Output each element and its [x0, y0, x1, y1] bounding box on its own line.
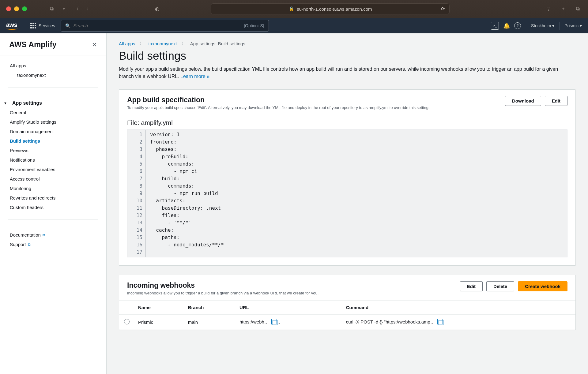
cell-branch: main [184, 315, 236, 330]
sidebar-item-environment-variables[interactable]: Environment variables [10, 165, 96, 174]
sidebar-item-access-control[interactable]: Access control [10, 174, 96, 184]
aws-top-nav: aws Services 🔍 [Option+S] >_ 🔔 ? Stockho… [0, 18, 588, 33]
close-icon[interactable]: ✕ [92, 41, 97, 48]
col-command: Command [342, 301, 575, 315]
forward-icon[interactable]: 〉 [85, 6, 92, 13]
code-block: 1234567891011121314151617 version: 1fron… [127, 129, 567, 257]
global-search[interactable]: 🔍 [Option+S] [61, 20, 269, 32]
col-url: URL [236, 301, 342, 315]
sidebar-link-documentation[interactable]: Documentation⧉ [10, 230, 96, 240]
sidebar-item-domain-management[interactable]: Domain management [10, 127, 96, 136]
browser-chrome: ⧉ ▾ 〈 〉 ◐ 🔒 eu-north-1.console.aws.amazo… [0, 0, 588, 18]
back-icon[interactable]: 〈 [72, 6, 80, 13]
table-row[interactable]: Prismicmainhttps://webh… ..curl -X POST … [119, 315, 575, 330]
notifications-icon[interactable]: 🔔 [503, 22, 510, 29]
cell-command: curl -X POST -d {} "https://webhooks.amp… [342, 315, 575, 330]
sidebar-section-app-settings[interactable]: App settings [10, 98, 96, 108]
file-label: File: amplify.yml [127, 119, 567, 126]
sidebar-item-app[interactable]: taxonomynext [10, 70, 96, 80]
sidebar-item-build-settings[interactable]: Build settings [10, 136, 96, 146]
window-controls [6, 6, 27, 11]
maximize-window-icon[interactable] [22, 6, 27, 11]
search-icon: 🔍 [65, 23, 70, 28]
minimize-window-icon[interactable] [14, 6, 19, 11]
create-webhook-button[interactable]: Create webhook [518, 281, 567, 291]
help-icon[interactable]: ? [514, 22, 521, 29]
external-link-icon: ⧉ [43, 233, 45, 237]
line-numbers: 1234567891011121314151617 [127, 130, 146, 257]
sidebar-toggle-icon[interactable]: ⧉ [48, 6, 56, 12]
panel-title: Incoming webhooks [127, 281, 318, 290]
cell-name: Prismic [134, 315, 184, 330]
lock-icon: 🔒 [288, 6, 294, 12]
tabs-icon[interactable]: ⧉ [574, 6, 582, 12]
copy-icon[interactable] [439, 320, 443, 325]
breadcrumb: All apps 〉 taxonomynext 〉 App settings: … [119, 41, 576, 47]
account-menu[interactable]: Prismic ▾ [564, 23, 582, 28]
breadcrumb-all-apps[interactable]: All apps [119, 41, 135, 46]
external-link-icon: ⧉ [28, 242, 31, 247]
url-bar[interactable]: 🔒 eu-north-1.console.aws.amazon.com ⟳ [211, 3, 450, 14]
col-name: Name [134, 301, 184, 315]
sidebar-item-custom-headers[interactable]: Custom headers [10, 203, 96, 212]
chevron-right-icon: 〉 [139, 41, 144, 47]
col-branch: Branch [184, 301, 236, 315]
cloudshell-icon[interactable]: >_ [491, 22, 499, 30]
sidebar-item-all-apps[interactable]: All apps [10, 61, 96, 70]
region-selector[interactable]: Stockholm ▾ [531, 23, 554, 28]
download-button[interactable]: Download [505, 96, 541, 106]
aws-logo[interactable]: aws [6, 21, 18, 30]
page-description: Modify your app's build settings below, … [119, 65, 566, 80]
chevron-right-icon: 〉 [181, 41, 186, 47]
breadcrumb-current: App settings: Build settings [190, 41, 245, 46]
external-link-icon: ⧉ [207, 75, 209, 79]
sidebar-title: AWS Amplify [9, 40, 57, 49]
main-content: All apps 〉 taxonomynext 〉 App settings: … [107, 33, 588, 374]
share-icon[interactable]: ⇪ [545, 6, 552, 12]
panel-title: App build specification [127, 96, 430, 104]
sidebar-item-amplify-studio-settings[interactable]: Amplify Studio settings [10, 117, 96, 127]
chevron-down-icon[interactable]: ▾ [60, 7, 68, 11]
panel-build-spec: App build specification To modify your a… [119, 89, 576, 266]
code-lines: version: 1frontend: phases: preBuild: co… [146, 130, 228, 257]
sidebar-item-previews[interactable]: Previews [10, 146, 96, 155]
webhooks-table: Name Branch URL Command Prismicmainhttps… [119, 300, 575, 330]
grid-icon [30, 23, 36, 28]
url-text: eu-north-1.console.aws.amazon.com [297, 6, 372, 12]
sidebar-item-notifications[interactable]: Notifications [10, 155, 96, 165]
sidebar-item-rewrites-and-redirects[interactable]: Rewrites and redirects [10, 193, 96, 203]
panel-subtitle: To modify your app's build spec choose '… [127, 105, 430, 110]
edit-webhook-button[interactable]: Edit [460, 281, 483, 291]
search-input[interactable] [74, 23, 241, 28]
copy-icon[interactable] [273, 320, 277, 325]
breadcrumb-app[interactable]: taxonomynext [148, 41, 177, 46]
sidebar: AWS Amplify ✕ All apps taxonomynext App … [0, 33, 107, 374]
page-title: Build settings [119, 50, 576, 62]
shield-icon[interactable]: ◐ [153, 6, 161, 12]
services-menu[interactable]: Services [30, 23, 55, 28]
delete-webhook-button[interactable]: Delete [486, 281, 514, 291]
sidebar-item-monitoring[interactable]: Monitoring [10, 184, 96, 193]
learn-more-link[interactable]: Learn more ⧉ [180, 74, 209, 79]
radio-select[interactable] [124, 319, 130, 324]
close-window-icon[interactable] [6, 6, 11, 11]
sidebar-link-support[interactable]: Support⧉ [10, 240, 96, 249]
cell-url: https://webh… .. [236, 315, 342, 330]
panel-webhooks: Incoming webhooks Incoming webhooks allo… [119, 275, 576, 330]
sidebar-item-general[interactable]: General [10, 108, 96, 117]
edit-button[interactable]: Edit [545, 96, 567, 106]
search-shortcut-hint: [Option+S] [244, 23, 264, 28]
reload-icon[interactable]: ⟳ [441, 6, 445, 12]
panel-subtitle: Incoming webhooks allow you to trigger a… [127, 291, 318, 295]
new-tab-icon[interactable]: + [559, 6, 567, 12]
